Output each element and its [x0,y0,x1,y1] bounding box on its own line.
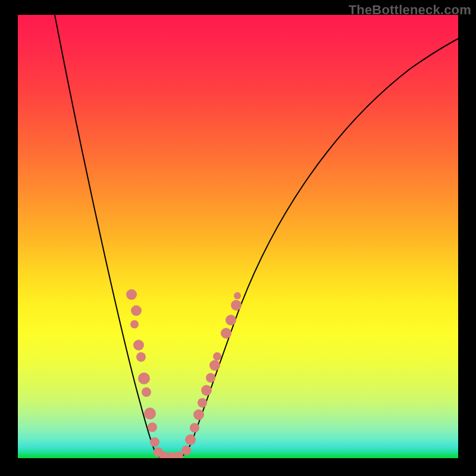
bead-point [144,408,156,419]
bead-point [185,434,196,445]
bead-point [150,437,159,447]
bead-point [198,398,207,408]
bead-point [136,352,146,362]
bead-point [201,385,212,396]
beads-group [126,289,242,458]
bead-point [231,300,242,311]
bead-point [138,372,150,384]
bead-point [213,352,221,361]
bead-point [126,289,137,300]
bead-point [209,360,220,371]
bead-point [226,315,236,325]
bottleneck-curve [55,15,458,458]
chart-frame [18,15,458,458]
bead-point [131,305,142,316]
bead-point [130,320,139,328]
bead-point [206,373,215,383]
bead-point [142,387,151,397]
bead-point [221,328,231,339]
bead-point [148,422,157,432]
bead-point [234,292,241,299]
chart-svg [18,15,458,458]
bead-point [133,340,144,350]
bead-point [190,423,199,433]
bead-point [181,446,191,455]
bead-point [174,452,183,458]
bead-point [193,409,204,420]
